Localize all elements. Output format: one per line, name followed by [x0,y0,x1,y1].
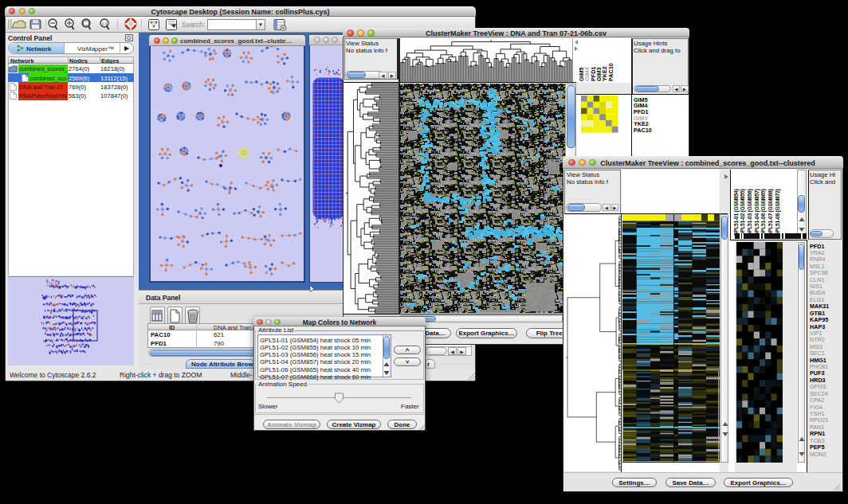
svg-text:GPL51-07 (GSM868): GPL51-07 (GSM868) [768,189,774,236]
svg-text:GPL51-06 (GSM865): GPL51-06 (GSM865) [760,189,767,236]
svg-text:GPL51-08 (GSM872): GPL51-08 (GSM872) [775,189,781,236]
svg-text:PAC10: PAC10 [607,63,614,81]
svg-text:GPL51-04 (GSM857): GPL51-04 (GSM857) [754,189,760,236]
svg-text:1:1: 1:1 [102,21,108,26]
svg-text:GPL51-03 (GSM856): GPL51-03 (GSM856) [747,189,753,236]
svg-text:GPL51-02 (GSM855): GPL51-02 (GSM855) [740,189,746,236]
svg-text:GPL51-01 (GSM854): GPL51-01 (GSM854) [733,189,740,236]
